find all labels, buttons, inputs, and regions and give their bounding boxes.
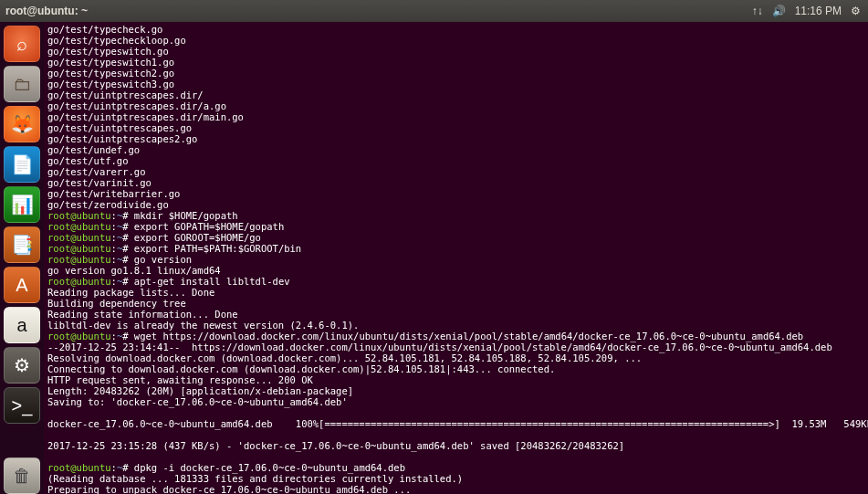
system-tray: ↑↓ 🔊 11:16 PM ⚙ [752, 5, 868, 17]
dash-icon[interactable]: ⌕ [4, 26, 40, 62]
software-icon[interactable]: A [4, 267, 40, 303]
settings-icon[interactable]: ⚙ [4, 347, 40, 384]
top-menu-bar: root@ubuntu: ~ ↑↓ 🔊 11:16 PM ⚙ [0, 0, 868, 22]
impress-icon[interactable]: 📑 [4, 226, 40, 263]
calc-icon[interactable]: 📊 [4, 186, 40, 223]
network-icon[interactable]: ↑↓ [752, 5, 763, 17]
clock[interactable]: 11:16 PM [795, 5, 842, 17]
terminal-output[interactable]: go/test/typecheck.go go/test/typechecklo… [44, 22, 868, 494]
terminal-icon[interactable]: >_ [4, 387, 40, 424]
window-title: root@ubuntu: ~ [0, 5, 752, 17]
sound-icon[interactable]: 🔊 [772, 5, 786, 17]
files-icon[interactable]: 🗀 [4, 66, 40, 102]
trash-icon[interactable]: 🗑 [4, 457, 40, 494]
amazon-icon[interactable]: a [4, 307, 40, 343]
unity-launcher: ⌕ 🗀 🦊 📄 📊 📑 A a ⚙ >_ 🗑 [0, 22, 44, 494]
gear-icon[interactable]: ⚙ [851, 5, 861, 17]
writer-icon[interactable]: 📄 [4, 146, 40, 183]
firefox-icon[interactable]: 🦊 [4, 106, 40, 142]
